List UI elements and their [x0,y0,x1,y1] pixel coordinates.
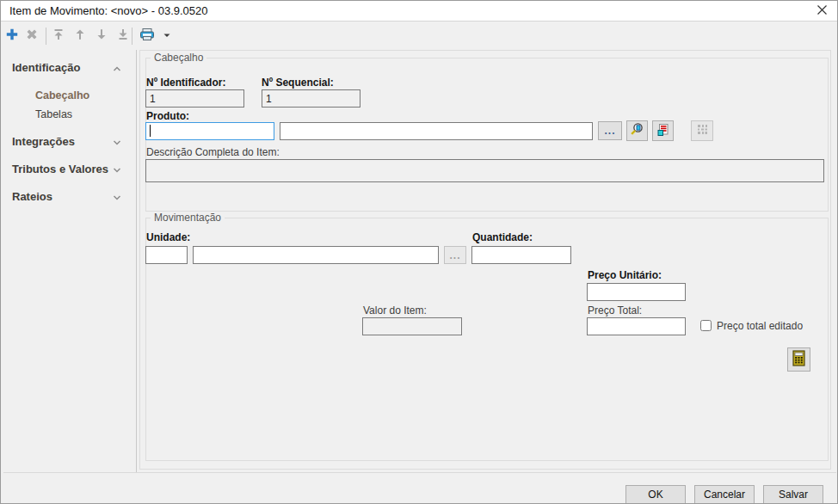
toolbar-separator [46,28,46,45]
move-first-icon [52,31,65,44]
unidade-label: Unidade: [146,231,190,243]
footer-separator [3,472,836,473]
cancelar-button[interactable]: Cancelar [694,485,755,504]
move-up-button[interactable] [71,26,89,45]
produto-description-field[interactable] [280,122,593,140]
product-report-icon [656,123,670,139]
chevron-down-icon [111,164,123,180]
toolbar-separator [132,28,132,45]
sequencial-field[interactable] [262,89,360,108]
move-down-icon [95,31,108,44]
sidebar-item-rateios[interactable]: Rateios [1,188,136,207]
valor-item-label: Valor do Item: [363,304,427,317]
print-options-dropdown[interactable] [160,26,174,45]
produto-search-button[interactable] [626,120,648,141]
close-button[interactable] [811,3,832,20]
produto-label: Produto: [146,110,189,122]
calculator-icon [792,350,805,369]
add-button[interactable] [3,26,22,45]
chevron-down-icon [111,192,123,207]
titlebar: Item de Movimento: <novo> - 03.9.0520 [1,1,837,22]
descricao-label: Descrição Completa do Item: [146,146,280,158]
add-icon [5,31,19,44]
preco-total-label: Preço Total: [588,304,642,317]
printer-icon [139,31,155,44]
move-up-icon [73,31,87,44]
groupbox-cabecalho-title: Cabeçalho [151,52,206,64]
sidebar-item-tabelas[interactable]: Tabelas [1,107,136,126]
preco-total-editado-label: Preço total editado [717,320,803,332]
sequencial-label: Nº Sequencial: [262,77,334,89]
unidade-code-field[interactable] [145,246,188,264]
preco-unitario-label: Preço Unitário: [588,269,662,281]
item-de-movimento-dialog: Item de Movimento: <novo> - 03.9.0520 [0,0,838,504]
preco-total-editado-checkbox[interactable] [700,320,712,331]
preco-unitario-field[interactable] [587,283,686,301]
ok-button[interactable]: OK [625,485,686,504]
calculator-button[interactable] [787,347,810,372]
sidebar-item-cabecalho[interactable]: Cabeçalho [1,88,136,107]
chevron-up-icon [111,63,123,78]
text-caret [150,125,151,137]
chevron-down-icon [111,137,123,152]
produto-extra-button[interactable] [691,120,713,141]
descricao-field[interactable] [145,159,824,182]
identificador-label: Nº Identificador: [146,77,225,89]
preco-total-field[interactable] [587,317,686,335]
produto-report-button[interactable] [652,120,674,141]
close-icon [816,5,828,18]
sidebar-nav: Identificação Cabeçalho Tabelas Integraç… [1,50,137,472]
window-title: Item de Movimento: <novo> - 03.9.0520 [9,1,208,21]
sidebar-item-integracoes[interactable]: Integrações [1,133,136,152]
valor-item-field[interactable] [362,317,462,335]
quantidade-label: Quantidade: [472,231,533,243]
produto-code-field[interactable] [145,122,274,140]
identificador-field[interactable] [145,89,244,108]
produto-lookup-ellipsis-button[interactable]: ... [598,121,622,140]
move-last-icon [116,31,130,44]
move-first-button[interactable] [49,26,68,45]
delete-button[interactable] [22,26,41,45]
barcode-grid-icon [696,123,709,138]
toolbar [1,22,837,50]
groupbox-movimentacao-title: Movimentação [151,212,225,224]
search-icon [630,122,644,139]
unidade-description-field[interactable] [193,246,439,264]
unidade-lookup-ellipsis-button[interactable]: ... [444,246,466,264]
sidebar-item-identificacao[interactable]: Identificação [1,59,136,78]
move-last-button[interactable] [114,26,132,45]
sidebar-item-tributos-e-valores[interactable]: Tributos e Valores [1,161,136,180]
move-down-button[interactable] [92,26,111,45]
print-button[interactable] [136,26,158,45]
dropdown-caret-icon [163,29,171,42]
delete-icon [25,31,39,44]
quantidade-field[interactable] [471,246,571,264]
salvar-button[interactable]: Salvar [763,485,823,504]
